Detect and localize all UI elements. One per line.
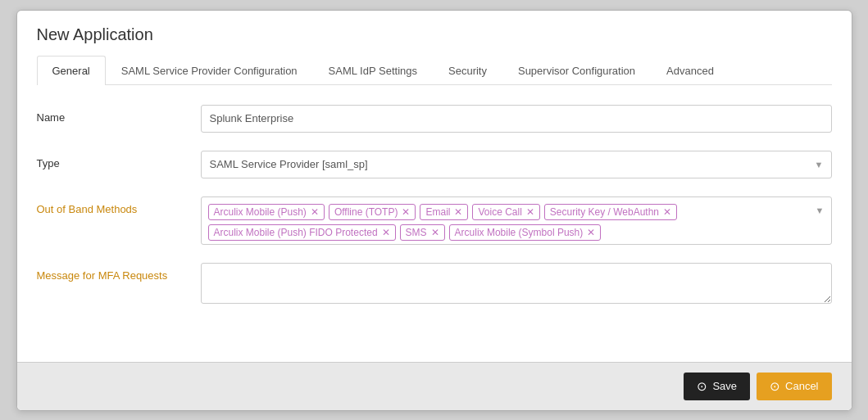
- mfa-row: Message for MFA Requests: [37, 263, 832, 304]
- tag-label: Security Key / WebAuthn: [550, 206, 659, 218]
- modal-title: New Application: [37, 25, 832, 44]
- type-label: Type: [37, 151, 201, 169]
- mfa-label: Message for MFA Requests: [37, 263, 201, 282]
- modal-header: New Application General SAML Service Pro…: [17, 11, 852, 85]
- save-label: Save: [712, 380, 737, 392]
- tag-voice-call: Voice Call ✕: [472, 204, 539, 220]
- tag-arculix-fido: Arculix Mobile (Push) FIDO Protected ✕: [208, 224, 396, 241]
- multiselect-arrow-icon[interactable]: ▼: [816, 205, 825, 215]
- tag-label: Voice Call: [478, 206, 521, 218]
- oob-tags-wrapper: Arculix Mobile (Push) ✕ Offline (TOTP) ✕…: [208, 204, 825, 241]
- tab-saml-idp[interactable]: SAML IdP Settings: [313, 56, 433, 85]
- tag-email: Email ✕: [420, 204, 468, 220]
- oob-row: Out of Band Methods Arculix Mobile (Push…: [37, 196, 832, 245]
- tag-label: Email: [425, 206, 450, 218]
- type-row: Type SAML Service Provider [saml_sp] ▼: [37, 151, 832, 178]
- tag-arculix-push: Arculix Mobile (Push) ✕: [208, 204, 325, 220]
- cancel-label: Cancel: [785, 380, 818, 392]
- tag-remove-sms[interactable]: ✕: [431, 228, 439, 237]
- tag-remove-offline-totp[interactable]: ✕: [402, 207, 410, 217]
- tag-offline-totp: Offline (TOTP) ✕: [329, 204, 416, 220]
- modal-container: New Application General SAML Service Pro…: [16, 10, 852, 411]
- tab-general[interactable]: General: [37, 56, 106, 85]
- tabs-bar: General SAML Service Provider Configurat…: [37, 56, 832, 85]
- tag-remove-email[interactable]: ✕: [454, 207, 462, 217]
- tag-remove-arculix-symbol[interactable]: ✕: [587, 228, 595, 237]
- tag-remove-security-key[interactable]: ✕: [663, 207, 671, 217]
- tag-sms: SMS ✕: [400, 224, 445, 241]
- modal-body: Name Type SAML Service Provider [saml_sp…: [17, 85, 852, 362]
- tag-label: Arculix Mobile (Push) FIDO Protected: [214, 227, 378, 238]
- tab-supervisor[interactable]: Supervisor Configuration: [502, 56, 651, 85]
- oob-multiselect[interactable]: Arculix Mobile (Push) ✕ Offline (TOTP) ✕…: [201, 196, 832, 245]
- tag-remove-arculix-fido[interactable]: ✕: [382, 228, 390, 237]
- name-row: Name: [37, 105, 832, 133]
- cancel-button[interactable]: ⊙ Cancel: [757, 373, 831, 400]
- tag-security-key: Security Key / WebAuthn ✕: [544, 204, 677, 220]
- mfa-textarea[interactable]: [201, 263, 832, 304]
- tab-saml-sp[interactable]: SAML Service Provider Configuration: [106, 56, 313, 85]
- modal-footer: ⊙ Save ⊙ Cancel: [17, 362, 852, 410]
- tag-remove-arculix-push[interactable]: ✕: [311, 207, 319, 217]
- tag-label: Arculix Mobile (Push): [214, 206, 307, 218]
- tab-security[interactable]: Security: [433, 56, 502, 85]
- tag-label: SMS: [406, 227, 427, 238]
- cancel-icon: ⊙: [770, 379, 780, 394]
- tag-label: Offline (TOTP): [334, 206, 398, 218]
- tag-remove-voice-call[interactable]: ✕: [526, 207, 534, 217]
- tab-advanced[interactable]: Advanced: [651, 56, 729, 85]
- save-button[interactable]: ⊙ Save: [684, 373, 750, 400]
- name-label: Name: [37, 105, 201, 124]
- name-input[interactable]: [201, 105, 832, 133]
- tag-label: Arculix Mobile (Symbol Push): [455, 227, 584, 238]
- oob-label: Out of Band Methods: [37, 196, 201, 215]
- type-select-wrapper: SAML Service Provider [saml_sp] ▼: [201, 151, 832, 178]
- tag-arculix-symbol: Arculix Mobile (Symbol Push) ✕: [449, 224, 602, 241]
- save-icon: ⊙: [697, 379, 707, 394]
- type-select[interactable]: SAML Service Provider [saml_sp]: [201, 151, 832, 178]
